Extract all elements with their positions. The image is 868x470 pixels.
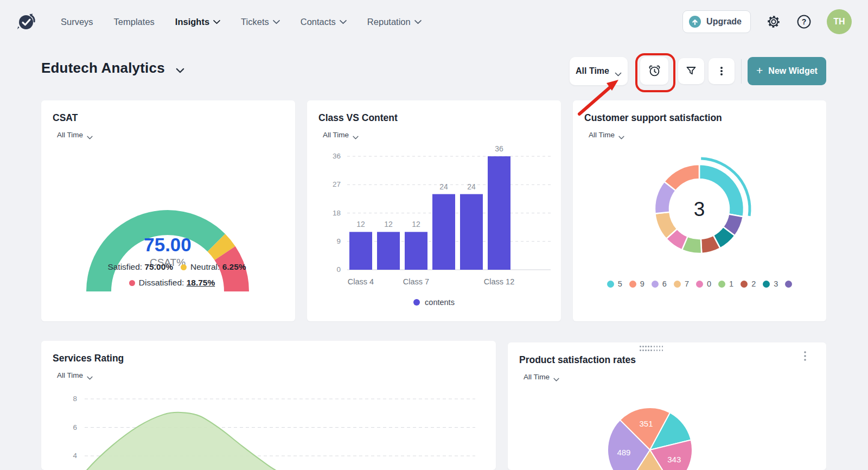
- schedule-report-button[interactable]: [640, 57, 668, 85]
- filter-button[interactable]: [678, 58, 704, 84]
- legend-item[interactable]: 1: [718, 280, 733, 288]
- bar-chart-legend: contents: [307, 298, 561, 307]
- nav-item-contacts[interactable]: Contacts: [301, 17, 347, 27]
- svg-text:489: 489: [617, 448, 630, 457]
- legend-item[interactable]: [785, 281, 792, 288]
- svg-text:Class 4: Class 4: [348, 277, 374, 286]
- bar-5: [488, 156, 510, 270]
- kebab-menu-icon: [715, 65, 728, 78]
- donut-segment-0: [699, 164, 744, 217]
- app-logo-icon[interactable]: [15, 10, 39, 34]
- legend-item[interactable]: 3: [763, 280, 778, 288]
- settings-gear-icon[interactable]: [766, 14, 781, 29]
- svg-text:75.00: 75.00: [144, 234, 192, 255]
- nav-right-cluster: Upgrade ? TH: [682, 0, 852, 43]
- svg-text:6: 6: [73, 423, 77, 431]
- new-widget-label: New Widget: [768, 66, 818, 76]
- widget-title: CSAT: [53, 112, 78, 124]
- product-pie-chart[interactable]: 351343489: [508, 342, 826, 470]
- svg-text:18: 18: [333, 209, 341, 217]
- nav-item-insights[interactable]: Insights: [175, 17, 220, 27]
- legend-item[interactable]: 2: [741, 280, 756, 288]
- svg-text:?: ?: [802, 17, 807, 26]
- legend-item[interactable]: 6: [652, 280, 667, 288]
- csat-legend: Satisfied: 75.00%Neutral: 6.25%Dissatisf…: [41, 259, 295, 290]
- top-nav: SurveysTemplatesInsightsTicketsContactsR…: [0, 0, 868, 43]
- svg-text:12: 12: [356, 220, 365, 228]
- svg-text:27: 27: [333, 180, 341, 188]
- svg-text:Class 7: Class 7: [403, 277, 429, 286]
- donut-legend: 59670123: [573, 280, 826, 288]
- nav-item-reputation[interactable]: Reputation: [367, 17, 422, 27]
- nav-item-tickets[interactable]: Tickets: [241, 17, 280, 27]
- widget-time-filter[interactable]: All Time: [57, 131, 93, 139]
- legend-item[interactable]: 9: [629, 280, 644, 288]
- dashboard-switcher-chevron-icon[interactable]: [176, 66, 184, 71]
- svg-text:343: 343: [667, 455, 681, 464]
- csat-widget: CSAT All Time 75.00CSAT% Satisfied: 75.0…: [41, 100, 295, 321]
- chevron-down-icon: [340, 20, 347, 24]
- svg-text:9: 9: [336, 237, 341, 245]
- bar-2: [405, 232, 427, 270]
- upgrade-button[interactable]: Upgrade: [682, 10, 751, 33]
- nav-item-surveys[interactable]: Surveys: [61, 17, 93, 27]
- chevron-down-icon: [213, 20, 220, 24]
- chevron-down-icon: [615, 69, 622, 73]
- svg-text:24: 24: [467, 182, 476, 191]
- class-vs-content-widget: Class VS Content All Time 36271890121212…: [307, 100, 561, 321]
- customer-support-satisfaction-widget: Customer support satisfaction All Time 3…: [573, 100, 826, 321]
- main-nav: SurveysTemplatesInsightsTicketsContactsR…: [61, 17, 422, 27]
- more-options-button[interactable]: [709, 58, 735, 84]
- page-title: Edutech Analytics: [41, 60, 165, 77]
- time-range-dropdown[interactable]: All Time: [570, 57, 628, 85]
- upgrade-arrow-icon: [688, 15, 701, 28]
- plus-icon: +: [756, 64, 763, 77]
- services-rating-area-chart[interactable]: 864: [41, 341, 496, 470]
- new-widget-button[interactable]: + New Widget: [748, 57, 826, 85]
- support-donut-chart[interactable]: 3: [573, 100, 826, 274]
- bar-1: [377, 232, 400, 270]
- svg-text:351: 351: [639, 419, 653, 428]
- funnel-icon: [685, 65, 698, 78]
- chevron-down-icon: [414, 20, 422, 24]
- svg-text:3: 3: [694, 198, 705, 220]
- svg-text:36: 36: [495, 144, 503, 153]
- svg-text:0: 0: [336, 265, 341, 274]
- chevron-down-icon: [273, 20, 280, 24]
- svg-text:12: 12: [412, 220, 420, 228]
- legend-item[interactable]: 0: [696, 280, 711, 288]
- legend-item[interactable]: 5: [607, 280, 622, 288]
- svg-text:Class 12: Class 12: [484, 277, 514, 286]
- svg-text:8: 8: [73, 395, 77, 403]
- alarm-clock-icon: [647, 63, 662, 78]
- chevron-down-icon: [87, 133, 93, 137]
- user-avatar[interactable]: TH: [827, 9, 852, 34]
- bar-3: [432, 194, 455, 270]
- legend-label: contents: [425, 298, 455, 307]
- svg-text:12: 12: [384, 220, 393, 228]
- svg-text:4: 4: [73, 452, 77, 460]
- legend-item[interactable]: 7: [674, 280, 689, 288]
- services-rating-widget: Services Rating All Time 864: [41, 341, 496, 470]
- controls-divider: [741, 59, 742, 84]
- area-fill: [58, 412, 323, 470]
- dashboard-page: SurveysTemplatesInsightsTicketsContactsR…: [0, 0, 868, 470]
- time-range-value: All Time: [576, 66, 609, 76]
- upgrade-label: Upgrade: [706, 17, 742, 27]
- bar-0: [349, 232, 372, 270]
- product-satisfaction-widget: Product satisfaction rates All Time 3513…: [508, 342, 826, 470]
- bar-4: [460, 194, 483, 270]
- svg-text:36: 36: [333, 152, 341, 160]
- nav-item-templates[interactable]: Templates: [114, 17, 155, 27]
- help-icon[interactable]: ?: [796, 14, 812, 29]
- legend-dot: [413, 299, 420, 306]
- svg-text:24: 24: [439, 182, 448, 191]
- class-vs-content-bar-chart[interactable]: 36271890121212242436Class 4Class 7Class …: [307, 100, 561, 296]
